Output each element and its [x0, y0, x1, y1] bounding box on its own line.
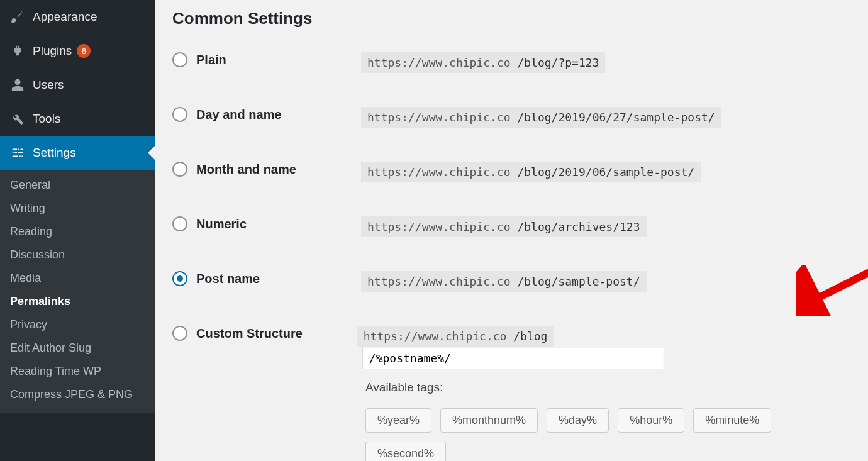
- tag-button[interactable]: %second%: [365, 442, 446, 461]
- submenu-general[interactable]: General: [0, 174, 155, 197]
- submenu-permalinks[interactable]: Permalinks: [0, 290, 155, 313]
- sliders-icon: [9, 145, 26, 161]
- option-example: https://www.chipic.co /blog/2019/06/samp…: [361, 162, 701, 182]
- menu-label: Appearance: [33, 10, 97, 24]
- wrench-icon: [9, 111, 26, 127]
- menu-settings[interactable]: Settings: [0, 136, 155, 170]
- permalink-option-numeric: Numerichttps://www.chipic.co /blog/archi…: [172, 216, 850, 237]
- menu-users[interactable]: Users: [0, 68, 155, 102]
- menu-label: Plugins: [33, 44, 72, 58]
- submenu-edit-author-slug[interactable]: Edit Author Slug: [0, 336, 155, 360]
- option-label: Month and name: [196, 162, 296, 177]
- option-example: https://www.chipic.co /blog/?p=123: [361, 52, 605, 73]
- radio-post_name[interactable]: [172, 271, 187, 286]
- option-label: Day and name: [196, 108, 282, 122]
- main-content: Common Settings Plainhttps://www.chipic.…: [155, 0, 868, 461]
- tag-button[interactable]: %year%: [365, 408, 431, 433]
- option-example: https://www.chipic.co /blog/2019/06/27/s…: [361, 107, 721, 128]
- custom-prefix: https://www.chipic.co /blog: [357, 326, 554, 347]
- section-heading: Common Settings: [172, 9, 850, 28]
- permalink-option-custom: Custom Structure https://www.chipic.co /…: [172, 326, 850, 369]
- settings-submenu: General Writing Reading Discussion Media…: [0, 170, 155, 413]
- plugins-update-badge: 6: [77, 44, 91, 58]
- user-icon: [9, 77, 26, 93]
- menu-label: Tools: [33, 112, 60, 126]
- menu-appearance[interactable]: Appearance: [0, 0, 155, 34]
- radio-day_name[interactable]: [172, 107, 187, 122]
- option-example: https://www.chipic.co /blog/archives/123: [361, 216, 647, 237]
- radio-numeric[interactable]: [172, 216, 187, 231]
- submenu-writing[interactable]: Writing: [0, 197, 155, 220]
- radio-plain[interactable]: [172, 52, 187, 67]
- submenu-reading[interactable]: Reading: [0, 220, 155, 243]
- available-tags-label: Available tags:: [365, 380, 850, 394]
- tag-button[interactable]: %hour%: [618, 408, 684, 433]
- custom-structure-input[interactable]: [362, 347, 664, 369]
- radio-custom[interactable]: [172, 326, 187, 341]
- tag-buttons-row: %year%%monthnum%%day%%hour%%minute%%seco…: [365, 408, 850, 461]
- permalink-option-day_name: Day and namehttps://www.chipic.co /blog/…: [172, 107, 850, 128]
- permalink-option-plain: Plainhttps://www.chipic.co /blog/?p=123: [172, 52, 850, 73]
- admin-sidebar: Appearance Plugins 6 Users Tools S: [0, 0, 155, 461]
- plug-icon: [9, 43, 26, 59]
- option-example: https://www.chipic.co /blog/sample-post/: [361, 271, 647, 292]
- menu-plugins[interactable]: Plugins 6: [0, 34, 155, 68]
- option-label: Custom Structure: [196, 326, 303, 341]
- tag-button[interactable]: %monthnum%: [440, 408, 538, 433]
- submenu-reading-time-wp[interactable]: Reading Time WP: [0, 360, 155, 383]
- submenu-media[interactable]: Media: [0, 267, 155, 290]
- menu-label: Settings: [33, 146, 76, 160]
- tag-button[interactable]: %minute%: [693, 408, 771, 433]
- menu-label: Users: [33, 78, 64, 92]
- submenu-discussion[interactable]: Discussion: [0, 243, 155, 267]
- submenu-compress-jpeg-png[interactable]: Compress JPEG & PNG: [0, 383, 155, 406]
- submenu-privacy[interactable]: Privacy: [0, 313, 155, 336]
- permalink-option-post_name: Post namehttps://www.chipic.co /blog/sam…: [172, 271, 850, 292]
- brush-icon: [9, 9, 26, 25]
- permalink-option-month_name: Month and namehttps://www.chipic.co /blo…: [172, 162, 850, 182]
- menu-tools[interactable]: Tools: [0, 102, 155, 136]
- tag-button[interactable]: %day%: [547, 408, 609, 433]
- option-label: Plain: [196, 53, 226, 67]
- option-label: Post name: [196, 272, 260, 286]
- radio-month_name[interactable]: [172, 162, 187, 177]
- option-label: Numeric: [196, 217, 247, 231]
